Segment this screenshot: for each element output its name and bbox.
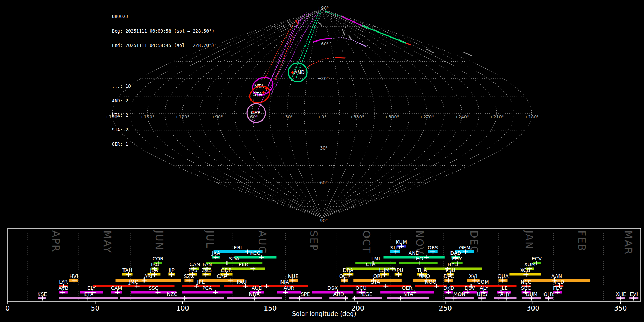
session-info-block: UK007J Beg: 20251111 00:09:58 (sol = 228… xyxy=(112,4,223,156)
shower-label-EVI: EVI xyxy=(630,291,638,297)
shower-label-DAD: DAD xyxy=(450,250,461,256)
shower-peak-AND xyxy=(424,255,429,259)
month-label-SEP: SEP xyxy=(308,230,319,251)
shower-label-EHY: EHY xyxy=(452,256,462,262)
shower-label-NCC: NCC xyxy=(521,279,531,285)
shower-label-JMC: JMC xyxy=(128,279,138,285)
shower-label-LMI: LMI xyxy=(371,256,380,262)
shower-label-COR: COR xyxy=(152,256,164,262)
shower-bar-EGE xyxy=(353,297,382,299)
shower-label-AND: AND xyxy=(409,250,420,256)
shower-bar-PCA xyxy=(182,291,233,294)
shower-label-ECV: ECV xyxy=(532,256,542,262)
shower-label-JLE: JLE xyxy=(500,285,508,291)
count-sporadic: ...: 10 xyxy=(112,84,223,89)
count-sta: STA: 2 xyxy=(112,127,223,132)
shower-label-OCT: OCT xyxy=(339,273,350,279)
shower-label-AHY: AHY xyxy=(500,291,511,297)
month-label-JAN: JAN xyxy=(523,230,535,250)
shower-label-IRC: IRC xyxy=(151,262,159,267)
month-label-OCT: OCT xyxy=(360,230,372,254)
shower-bar-JPE xyxy=(182,285,220,287)
shower-label-AVB: AVB xyxy=(58,285,68,291)
session-begin: Beg: 20251111 00:09:58 (sol = 228.50°) xyxy=(112,29,223,34)
shower-label-SZC: SZC xyxy=(184,273,194,279)
shower-label-GDR: GDR xyxy=(221,267,232,273)
shower-label-LUM: LUM xyxy=(379,267,389,273)
shower-label-LEO: LEO xyxy=(413,256,423,262)
shower-label-ETA: ETA xyxy=(84,291,93,297)
shower-label-TAH: TAH xyxy=(122,267,132,273)
shower-bar-MON xyxy=(445,297,474,299)
shower-label-JIP: JIP xyxy=(168,267,175,273)
shower-label-PCA: PCA xyxy=(202,285,212,291)
shower-bar-KCG xyxy=(234,256,276,259)
shower-peak-NZC xyxy=(182,296,187,301)
month-label-MAY: MAY xyxy=(101,230,113,253)
shower-label-KSE: KSE xyxy=(37,291,47,297)
shower-label-DSX: DSX xyxy=(327,285,338,291)
shower-label-DKD: DKD xyxy=(443,285,454,291)
shower-label-FEV: FEV xyxy=(553,285,563,291)
shower-label-AUR: AUR xyxy=(284,285,294,291)
spacer xyxy=(112,72,223,74)
shower-label-CAP: CAP xyxy=(217,273,227,279)
shower-label-FAN: FAN xyxy=(203,262,212,267)
shower-label-JPE: JPE xyxy=(197,279,205,285)
shower-label-PAU: PAU xyxy=(237,279,247,285)
shower-label-SDA: SDA xyxy=(229,256,239,262)
shower-label-OER: OER xyxy=(402,285,413,291)
shower-label-DSV: DSV xyxy=(465,285,475,291)
shower-label-EGE: EGE xyxy=(362,291,372,297)
count-oer: OER: 1 xyxy=(112,142,223,147)
shower-peak-PER xyxy=(250,267,255,271)
shower-label-OHY: OHY xyxy=(543,291,555,297)
shower-peak-EGE xyxy=(352,296,357,301)
shower-label-NTA: NTA xyxy=(403,291,413,297)
shower-bar-STA xyxy=(340,285,411,287)
shower-label-GUM: GUM xyxy=(526,291,537,297)
shower-label-XVI: XVI xyxy=(469,273,477,279)
shower-label-COM: COM xyxy=(477,279,489,285)
shower-label-NDA: NDA xyxy=(249,291,260,297)
shower-label-CAM: CAM xyxy=(111,285,122,291)
shower-label-CAN: CAN xyxy=(190,262,200,267)
shower-label-CTA: CTA xyxy=(366,262,376,267)
x-axis-title: Solar longitude (deg) xyxy=(8,310,641,317)
shower-label-THA: THA xyxy=(416,267,427,273)
shower-peak-NIA xyxy=(264,284,269,288)
screenshot-stage: +180°+150°+120°+90°+60°+30°+0°+330°+300°… xyxy=(0,0,644,322)
shower-bar-AUR xyxy=(277,291,301,294)
shower-label-KCG: KCG xyxy=(250,250,260,256)
shower-label-ERI: ERI xyxy=(234,245,242,250)
shower-bar-JMC xyxy=(93,285,175,287)
shower-label-FED: FED xyxy=(555,279,565,285)
shower-label-JXA: JXA xyxy=(211,250,220,256)
shower-peak-NTA xyxy=(398,296,403,301)
shower-label-SSG: SSG xyxy=(148,285,159,291)
shower-label-SLD: SLD xyxy=(390,245,400,250)
month-label-MAR: MAR xyxy=(622,230,634,255)
month-label-FEB: FEB xyxy=(576,230,587,252)
shower-label-ELY: ELY xyxy=(87,285,96,291)
shower-label-HVI: HVI xyxy=(69,273,78,279)
shower-bar-LMI xyxy=(355,262,396,264)
month-label-JUN: JUN xyxy=(153,230,165,250)
shower-label-PSU: PSU xyxy=(445,267,455,273)
shower-label-URS: URS xyxy=(477,291,487,297)
activity-chart: APRMAYJUNJULAUGSEPOCTNOVDECJANFEBMARKUME… xyxy=(0,0,644,322)
shower-label-OCU: OCU xyxy=(356,285,367,291)
shower-peak-ERI xyxy=(245,250,250,254)
shower-label-MON: MON xyxy=(453,291,465,297)
shower-peak-CAP xyxy=(228,278,233,283)
count-nta: NTA: 2 xyxy=(112,113,223,118)
shower-label-RPU: RPU xyxy=(393,267,403,273)
shower-peak-PCA xyxy=(213,290,218,294)
shower-bar-ARI xyxy=(116,279,181,282)
separator: ----------------------------------------… xyxy=(112,58,223,63)
month-label-JUL: JUL xyxy=(204,230,216,248)
shower-label-XHE: XHE xyxy=(616,291,626,297)
shower-label-QUA: QUA xyxy=(498,273,509,279)
shower-bar-NOO xyxy=(415,285,447,287)
shower-label-DPC: DPC xyxy=(444,273,454,279)
